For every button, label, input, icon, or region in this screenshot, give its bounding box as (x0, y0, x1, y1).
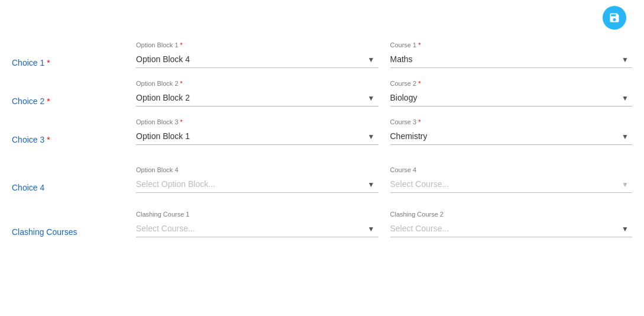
left-field-col-1: Option Block 1 *Option Block 4▼ (136, 41, 378, 68)
option-block-select-4[interactable]: Select Option Block... (136, 176, 378, 193)
clashing-course-select-1[interactable]: Select Course... (136, 220, 378, 237)
right-select-wrapper-4: Select Course...▼ (390, 176, 633, 193)
option-block-select-2[interactable]: Option Block 2 (136, 89, 378, 107)
right-field-col-2: Course 2 *Biology▼ (390, 80, 633, 107)
left-field-label-2: Option Block 2 * (136, 80, 378, 87)
top-bar (6, 0, 638, 36)
course-select-1[interactable]: Maths (390, 51, 633, 68)
right-field-label-1: Course 1 * (390, 41, 633, 49)
choice-label-2: Choice 2 * (12, 80, 136, 106)
choice-label-1: Choice 1 * (12, 41, 136, 67)
left-select-wrapper-2: Option Block 2▼ (136, 89, 378, 107)
right-select-wrapper-2: Biology▼ (390, 89, 633, 107)
right-field-label-4: Course 4 (390, 166, 633, 173)
clashing-course-select-2[interactable]: Select Course... (390, 220, 633, 237)
clashing-field-label-2: Clashing Course 2 (390, 211, 633, 218)
required-marker: * (47, 135, 50, 144)
fields-group-1: Option Block 1 *Option Block 4▼Course 1 … (136, 41, 632, 68)
choice-row-2: Choice 2 *Option Block 2 *Option Block 2… (6, 74, 638, 112)
left-select-wrapper-4: Select Option Block...▼ (136, 176, 378, 193)
clashing-courses-row: Clashing CoursesClashing Course 1Select … (6, 205, 638, 243)
course-select-2[interactable]: Biology (390, 89, 633, 107)
right-select-wrapper-3: Chemistry▼ (390, 128, 633, 145)
fields-group-3: Option Block 3 *Option Block 1▼Course 3 … (136, 118, 632, 145)
choice-label-4: Choice 4 (12, 166, 136, 192)
required-marker: * (47, 96, 50, 106)
clashing-section: Clashing CoursesClashing Course 1Select … (6, 205, 638, 243)
right-select-wrapper-1: Maths▼ (390, 51, 633, 68)
left-field-col-2: Option Block 2 *Option Block 2▼ (136, 80, 378, 107)
rows-container: Choice 1 *Option Block 1 *Option Block 4… (6, 36, 638, 199)
right-field-col-1: Course 1 *Maths▼ (390, 41, 633, 68)
right-field-label-3: Course 3 * (390, 118, 633, 125)
course-select-4[interactable]: Select Course... (390, 176, 633, 193)
course-select-3[interactable]: Chemistry (390, 128, 633, 145)
right-field-col-3: Course 3 *Chemistry▼ (390, 118, 633, 145)
clashing-field-col-1: Clashing Course 1Select Course...▼ (136, 211, 378, 237)
choice-label-3: Choice 3 * (12, 118, 136, 144)
save-icon (609, 12, 620, 24)
fields-group-4: Option Block 4Select Option Block...▼Cou… (136, 166, 632, 193)
right-field-label-2: Course 2 * (390, 80, 633, 87)
fields-group-2: Option Block 2 *Option Block 2▼Course 2 … (136, 80, 632, 107)
left-field-col-4: Option Block 4Select Option Block...▼ (136, 166, 378, 193)
clashing-fields-group: Clashing Course 1Select Course...▼Clashi… (136, 211, 632, 237)
left-field-label-1: Option Block 1 * (136, 41, 378, 49)
choice-row-3: Choice 3 *Option Block 3 *Option Block 1… (6, 112, 638, 151)
option-block-select-1[interactable]: Option Block 4 (136, 51, 378, 68)
option-block-select-3[interactable]: Option Block 1 (136, 128, 378, 145)
clashing-select-wrapper-2: Select Course...▼ (390, 220, 633, 237)
page-container: Choice 1 *Option Block 1 *Option Block 4… (0, 0, 644, 316)
clashing-field-label-1: Clashing Course 1 (136, 211, 378, 218)
choice-row-1: Choice 1 *Option Block 1 *Option Block 4… (6, 36, 638, 74)
choice-row-4: Choice 4Option Block 4Select Option Bloc… (6, 160, 638, 199)
left-field-col-3: Option Block 3 *Option Block 1▼ (136, 118, 378, 145)
required-marker: * (47, 58, 50, 67)
right-field-col-4: Course 4Select Course...▼ (390, 166, 633, 193)
clashing-select-wrapper-1: Select Course...▼ (136, 220, 378, 237)
left-field-label-3: Option Block 3 * (136, 118, 378, 125)
clashing-field-col-2: Clashing Course 2Select Course...▼ (390, 211, 633, 237)
clashing-courses-label: Clashing Courses (12, 211, 136, 237)
left-select-wrapper-3: Option Block 1▼ (136, 128, 378, 145)
left-select-wrapper-1: Option Block 4▼ (136, 51, 378, 68)
left-field-label-4: Option Block 4 (136, 166, 378, 173)
save-button[interactable] (603, 6, 626, 30)
